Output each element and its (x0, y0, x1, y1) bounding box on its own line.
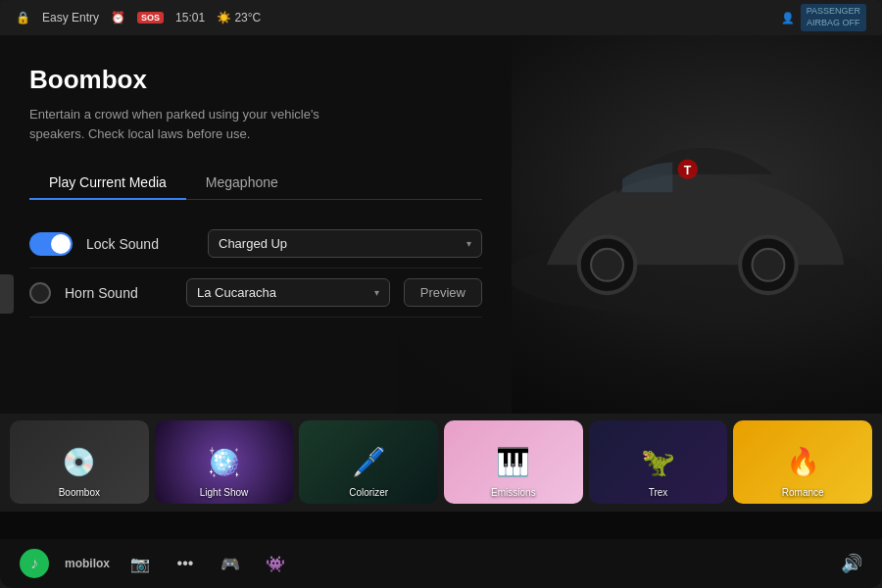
airbag-badge: PASSENGER AIRBAG OFF (801, 4, 866, 30)
app-tile-trex[interactable]: 🦖 Trex (589, 420, 728, 504)
lock-sound-toggle[interactable] (29, 232, 73, 256)
app-label-trex: Trex (589, 487, 728, 498)
svg-text:T: T (684, 163, 692, 176)
status-bar: 🔒 Easy Entry ⏰ SOS 15:01 ☀️ 23°C 👤 PASSE… (0, 0, 882, 35)
left-edge-handle (0, 274, 14, 314)
sos-badge: SOS (137, 12, 164, 24)
tab-megaphone[interactable]: Megaphone (186, 167, 298, 200)
spotify-icon[interactable]: ♪ (20, 549, 49, 578)
app-label-romance: Romance (733, 487, 872, 498)
clock-icon: ⏰ (111, 11, 125, 24)
horn-sound-row: Horn Sound La Cucaracha ▾ Preview (29, 269, 482, 318)
time-display: 15:01 (175, 11, 205, 24)
lock-icon: 🔒 (16, 11, 30, 24)
app-label-lightshow: Light Show (155, 487, 294, 498)
svg-point-6 (753, 248, 785, 280)
main-screen: T Boombox Entertain a crowd when parked … (0, 35, 882, 539)
preview-button[interactable]: Preview (404, 278, 482, 307)
game-icon[interactable]: 👾 (261, 549, 290, 578)
lock-sound-label: Lock Sound (86, 236, 194, 252)
status-bar-left: 🔒 Easy Entry ⏰ SOS 15:01 ☀️ 23°C (16, 11, 261, 24)
volume-icon[interactable]: 🔊 (841, 553, 862, 574)
app-tile-colorizer[interactable]: 🖊️ Colorizer (299, 420, 438, 504)
apps-bar: 💿 Boombox 🪩 Light Show 🖊️ Colorizer 🎹 Em… (0, 414, 882, 512)
content-panel: Boombox Entertain a crowd when parked us… (0, 35, 512, 414)
horn-sound-label: Horn Sound (65, 285, 172, 301)
status-bar-right: 👤 PASSENGER AIRBAG OFF (781, 4, 866, 30)
dropdown-arrow-icon: ▾ (466, 238, 471, 249)
car-silhouette: T (469, 74, 882, 375)
app-tile-emissions[interactable]: 🎹 Emissions (444, 420, 583, 504)
horn-sound-dropdown[interactable]: La Cucaracha ▾ (186, 278, 390, 307)
camera-icon[interactable]: 📷 (125, 549, 155, 578)
weather-display: ☀️ 23°C (217, 11, 261, 24)
horn-sound-radio[interactable] (29, 282, 51, 304)
horn-sound-dropdown-value: La Cucaracha (197, 285, 276, 300)
app-name-label: mobilox (65, 557, 110, 570)
app-label-boombox: Boombox (10, 487, 149, 498)
lock-sound-dropdown[interactable]: Charged Up ▾ (208, 229, 482, 258)
profile-label: Easy Entry (42, 11, 99, 24)
app-label-colorizer: Colorizer (299, 487, 438, 498)
taskbar: ♪ mobilox 📷 ••• 🎮 👾 🔊 (0, 539, 882, 588)
page-description: Entertain a crowd when parked using your… (29, 105, 323, 143)
app-tile-lightshow[interactable]: 🪩 Light Show (155, 420, 294, 504)
horn-dropdown-arrow-icon: ▾ (374, 287, 379, 298)
toggle-knob (51, 234, 71, 254)
lock-sound-row: Lock Sound Charged Up ▾ (29, 220, 482, 269)
device-frame: 🔒 Easy Entry ⏰ SOS 15:01 ☀️ 23°C 👤 PASSE… (0, 0, 882, 588)
tabs-row: Play Current Media Megaphone (29, 167, 482, 200)
person-icon: 👤 (781, 12, 795, 24)
tab-play-current-media[interactable]: Play Current Media (29, 167, 186, 200)
lock-sound-dropdown-value: Charged Up (219, 236, 287, 251)
svg-point-4 (591, 248, 623, 280)
taskbar-right: 🔊 (841, 553, 862, 574)
controller-icon[interactable]: 🎮 (216, 549, 245, 578)
app-label-emissions: Emissions (444, 487, 583, 498)
page-title: Boombox (29, 65, 482, 95)
dots-icon[interactable]: ••• (171, 549, 200, 578)
app-tile-romance[interactable]: 🔥 Romance (733, 420, 872, 504)
app-tile-boombox[interactable]: 💿 Boombox (10, 420, 149, 504)
